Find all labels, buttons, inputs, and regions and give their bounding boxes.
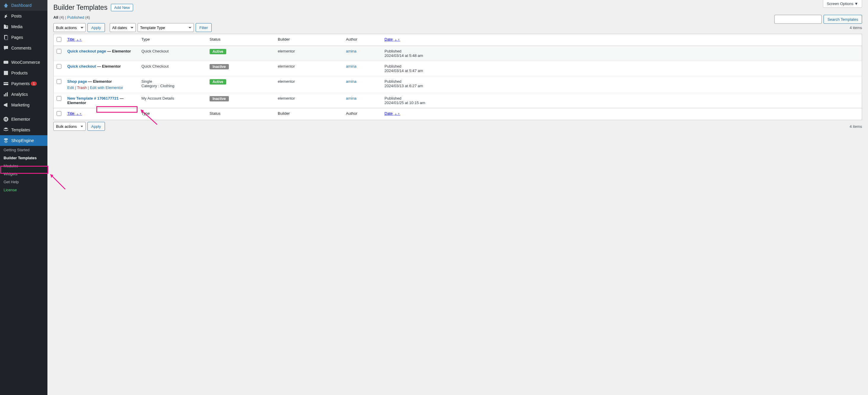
submenu-item-getting-started[interactable]: Getting Started	[0, 146, 48, 154]
apply-button-bottom[interactable]: Apply	[88, 122, 105, 131]
row-builder-suffix: — Elementor	[106, 49, 131, 53]
row-actions: Edit | Trash | Edit with Elementor	[67, 85, 135, 90]
media-icon	[3, 24, 9, 30]
submenu-item-modules[interactable]: Modules	[0, 162, 48, 170]
elementor-icon	[3, 116, 9, 122]
template-type-select[interactable]: Template Type	[137, 23, 194, 32]
comments-icon	[3, 45, 9, 51]
submenu-item-builder-templates[interactable]: Builder Templates	[0, 154, 48, 162]
row-checkbox[interactable]	[57, 64, 61, 69]
templates-table: Title ▲▼ Type Status Builder Author Date…	[53, 34, 862, 120]
sidebar-item-elementor[interactable]: Elementor	[0, 114, 48, 125]
filter-published[interactable]: Published	[67, 15, 84, 20]
submenu-item-widgets[interactable]: Widgets	[0, 170, 48, 178]
sidebar-item-media[interactable]: Media	[0, 21, 48, 32]
row-date: Published2024/01/25 at 10:15 am	[381, 93, 862, 108]
row-builder: elementor	[275, 46, 343, 61]
bulk-actions-select-bottom[interactable]: Bulk actions	[53, 122, 86, 131]
author-link[interactable]: amina	[346, 64, 356, 68]
svg-rect-12	[6, 118, 7, 119]
col-type: Type	[138, 34, 207, 46]
sidebar-item-label: Comments	[11, 46, 31, 51]
search-box: Search Templates	[774, 15, 862, 24]
sort-title-bottom[interactable]: Title ▲▼	[67, 111, 82, 116]
row-checkbox[interactable]	[57, 96, 61, 101]
submenu-item-get-help[interactable]: Get Help	[0, 178, 48, 186]
author-link[interactable]: amina	[346, 79, 356, 84]
sidebar-item-label: Pages	[11, 35, 23, 40]
row-date: Published2024/03/14 at 5:47 am	[381, 61, 862, 76]
dashboard-icon	[3, 2, 9, 8]
sidebar-item-pages[interactable]: Pages	[0, 32, 48, 43]
select-all-checkbox[interactable]	[57, 37, 61, 42]
filter-all[interactable]: All	[53, 15, 58, 20]
row-type: SingleCategory : Clothing	[138, 76, 207, 93]
sidebar-item-posts[interactable]: Posts	[0, 11, 48, 21]
col-author: Author	[343, 34, 381, 46]
row-checkbox[interactable]	[57, 49, 61, 54]
filter-button[interactable]: Filter	[196, 23, 212, 32]
sidebar-item-analytics[interactable]: Analytics	[0, 89, 48, 100]
items-count-bottom: 4 items	[849, 124, 862, 129]
sidebar-item-label: ShopEngine	[11, 138, 34, 143]
row-builder-suffix: — Elementor	[87, 79, 112, 84]
row-builder: elementor	[275, 61, 343, 76]
author-link[interactable]: amina	[346, 96, 356, 100]
sidebar-item-label: WooCommerce	[11, 60, 40, 65]
bulk-actions-select[interactable]: Bulk actions	[53, 23, 86, 32]
status-badge: Inactive	[210, 64, 229, 69]
row-title-link[interactable]: Quick checkout page	[67, 49, 106, 53]
row-type: Quick Checkout	[138, 61, 207, 76]
svg-rect-9	[7, 92, 8, 96]
edit-link[interactable]: Edit	[67, 85, 74, 90]
sidebar-item-label: Dashboard	[11, 3, 32, 8]
payments-icon	[3, 81, 9, 87]
edit-with-elementor-link[interactable]: Edit with Elementor	[90, 85, 123, 90]
sidebar-item-label: Payments	[11, 81, 30, 86]
admin-sidebar: DashboardPostsMediaPagesCommentsWooComme…	[0, 0, 48, 395]
row-title-link[interactable]: Quick checkout	[67, 64, 96, 68]
screen-options-button[interactable]: Screen Options ▼	[823, 0, 862, 8]
sidebar-item-marketing[interactable]: Marketing	[0, 100, 48, 110]
row-builder: elementor	[275, 93, 343, 108]
sidebar-item-templates[interactable]: Templates	[0, 125, 48, 135]
trash-link[interactable]: Trash	[77, 85, 87, 90]
submenu-item-license[interactable]: License	[0, 186, 48, 194]
sidebar-item-shopengine[interactable]: ShopEngine	[0, 135, 48, 146]
table-row: New Template # 1706177721 — ElementorMy …	[54, 93, 862, 108]
sort-date-bottom[interactable]: Date ▲▼	[384, 111, 400, 116]
search-input[interactable]	[774, 15, 822, 24]
add-new-button[interactable]: Add New	[111, 4, 133, 11]
row-title-link[interactable]: Shop page	[67, 79, 87, 84]
sidebar-item-label: Media	[11, 24, 23, 29]
apply-button-top[interactable]: Apply	[88, 23, 105, 32]
row-builder-suffix: — Elementor	[96, 64, 121, 68]
marketing-icon	[3, 102, 9, 108]
sidebar-item-label: Templates	[11, 127, 30, 132]
row-type: My Account Details	[138, 93, 207, 108]
svg-rect-6	[4, 83, 8, 84]
row-checkbox[interactable]	[57, 79, 61, 84]
woo-icon	[3, 59, 9, 65]
sidebar-item-products[interactable]: Products	[0, 68, 48, 78]
search-button[interactable]: Search Templates	[824, 15, 862, 24]
row-title-link[interactable]: New Template # 1706177721	[67, 96, 119, 100]
author-link[interactable]: amina	[346, 49, 356, 53]
sort-title[interactable]: Title ▲▼	[67, 37, 82, 41]
select-all-checkbox-bottom[interactable]	[57, 111, 61, 116]
shopengine-icon	[3, 138, 9, 144]
sidebar-item-comments[interactable]: Comments	[0, 43, 48, 53]
sort-date[interactable]: Date ▲▼	[384, 37, 400, 41]
date-filter-select[interactable]: All dates	[110, 23, 136, 32]
row-date: Published2024/03/13 at 6:27 am	[381, 76, 862, 93]
sidebar-item-dashboard[interactable]: Dashboard	[0, 0, 48, 11]
page-title: Builder Templates	[53, 4, 107, 11]
svg-point-16	[6, 141, 6, 142]
row-date: Published2024/03/14 at 5:48 am	[381, 46, 862, 61]
sidebar-item-label: Marketing	[11, 102, 29, 108]
sidebar-item-woocommerce[interactable]: WooCommerce	[0, 57, 48, 68]
main-content: Screen Options ▼ Builder Templates Add N…	[48, 0, 868, 395]
svg-rect-13	[6, 119, 7, 120]
sidebar-item-label: Products	[11, 70, 28, 75]
sidebar-item-payments[interactable]: Payments1	[0, 78, 48, 89]
